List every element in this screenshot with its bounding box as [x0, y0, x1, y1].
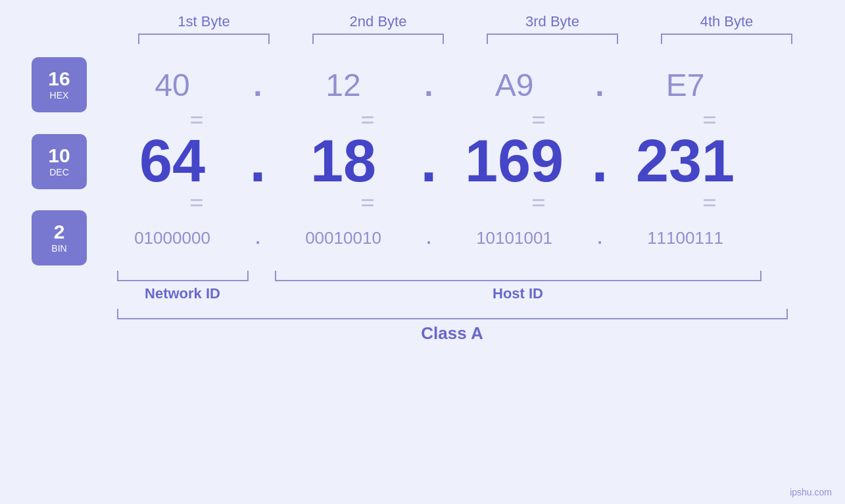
host-id-label: Host ID [275, 285, 761, 302]
bin-dot-2: . [416, 228, 442, 248]
eq-col-2 [295, 112, 440, 127]
eq-icon-1 [191, 116, 203, 124]
dec-dot-3: . [587, 127, 613, 195]
dec-row: 10 DEC 64 . 18 . 169 . 231 [0, 127, 845, 195]
equals-dec-bin [124, 195, 821, 210]
hex-dot-3: . [587, 67, 613, 103]
bin-values: 01000000 . 00010010 . 10101001 . 1110011… [100, 228, 845, 248]
top-brackets-row [117, 34, 814, 44]
eq-icon-7 [533, 199, 544, 206]
eq-col-3 [466, 112, 611, 127]
eq-icon-3 [533, 116, 544, 124]
dec-badge: 10 DEC [32, 134, 87, 189]
byte-header-2: 2nd Byte [306, 13, 450, 30]
top-bracket-4 [661, 34, 792, 44]
eq-line-7b [533, 204, 544, 206]
eq-line-5a [191, 199, 203, 201]
bin-dot-1: . [245, 228, 271, 248]
dec-byte-3: 169 [442, 127, 587, 195]
dec-base-number: 10 [48, 146, 70, 166]
bottom-section: Network ID Host ID [117, 271, 814, 302]
eq-col-7 [466, 195, 611, 210]
eq-line-4b [704, 122, 715, 124]
eq-line-6b [362, 204, 374, 206]
dec-dot-2: . [416, 127, 442, 195]
eq-line-5b [191, 204, 203, 206]
class-bracket [117, 309, 788, 319]
bottom-brackets [117, 271, 814, 281]
eq-line-7a [533, 199, 544, 201]
eq-line-1a [191, 116, 203, 118]
bin-byte-1: 01000000 [100, 228, 245, 248]
top-bracket-2 [312, 34, 444, 44]
eq-line-8b [704, 204, 715, 206]
hex-dot-2: . [416, 67, 442, 103]
dec-dot-1: . [245, 127, 271, 195]
hex-dot-1: . [245, 67, 271, 103]
eq-col-4 [637, 112, 782, 127]
bin-base-number: 2 [54, 222, 65, 242]
eq-col-1 [124, 112, 269, 127]
watermark: ipshu.com [790, 487, 832, 497]
bin-row: 2 BIN 01000000 . 00010010 . 10101001 . 1… [0, 210, 845, 265]
eq-spacer-2 [440, 112, 466, 127]
bin-byte-3: 10101001 [442, 228, 587, 248]
byte-headers-row: 1st Byte 2nd Byte 3rd Byte 4th Byte [117, 13, 814, 30]
eq-col-5 [124, 195, 269, 210]
top-bracket-1 [138, 34, 270, 44]
eq-col-8 [637, 195, 782, 210]
bin-byte-4: 11100111 [613, 228, 758, 248]
eq-col-6 [295, 195, 440, 210]
bin-base-label: BIN [51, 243, 66, 254]
main-container: 1st Byte 2nd Byte 3rd Byte 4th Byte 16 H… [0, 0, 845, 504]
class-label: Class A [117, 323, 788, 344]
dec-base-label: DEC [49, 167, 69, 177]
hex-byte-4: E7 [613, 67, 758, 103]
eq-spacer-4 [269, 195, 295, 210]
byte-header-1: 1st Byte [132, 13, 276, 30]
hex-byte-1: 40 [100, 67, 245, 103]
eq-line-2b [362, 122, 374, 124]
dec-values: 64 . 18 . 169 . 231 [100, 127, 845, 195]
equals-hex-dec [124, 112, 821, 127]
hex-base-number: 16 [48, 69, 70, 89]
network-id-label: Network ID [117, 285, 249, 302]
eq-icon-5 [191, 199, 203, 206]
top-bracket-3 [487, 34, 618, 44]
network-bracket [117, 271, 249, 281]
eq-spacer-3 [611, 112, 637, 127]
id-labels-row: Network ID Host ID [117, 285, 814, 302]
bin-badge: 2 BIN [32, 210, 87, 265]
hex-base-label: HEX [50, 90, 69, 101]
eq-line-3a [533, 116, 544, 118]
hex-byte-3: A9 [442, 67, 587, 103]
byte-header-4: 4th Byte [654, 13, 799, 30]
hex-row: 16 HEX 40 . 12 . A9 . E7 [0, 57, 845, 112]
eq-line-1b [191, 122, 203, 124]
dec-byte-1: 64 [100, 127, 245, 195]
eq-line-8a [704, 199, 715, 201]
hex-badge: 16 HEX [32, 57, 87, 112]
eq-icon-2 [362, 116, 374, 124]
eq-spacer-6 [611, 195, 637, 210]
host-bracket [275, 271, 761, 281]
eq-line-2a [362, 116, 374, 118]
eq-line-3b [533, 122, 544, 124]
hex-values: 40 . 12 . A9 . E7 [100, 67, 845, 103]
eq-icon-6 [362, 199, 374, 206]
hex-byte-2: 12 [271, 67, 416, 103]
eq-line-4a [704, 116, 715, 118]
eq-spacer-5 [440, 195, 466, 210]
eq-icon-4 [704, 116, 715, 124]
byte-header-3: 3rd Byte [480, 13, 625, 30]
bin-byte-2: 00010010 [271, 228, 416, 248]
class-row: Class A [117, 309, 814, 344]
bin-dot-3: . [587, 228, 613, 248]
eq-spacer-1 [269, 112, 295, 127]
eq-icon-8 [704, 199, 715, 206]
dec-byte-4: 231 [613, 127, 758, 195]
eq-line-6a [362, 199, 374, 201]
dec-byte-2: 18 [271, 127, 416, 195]
